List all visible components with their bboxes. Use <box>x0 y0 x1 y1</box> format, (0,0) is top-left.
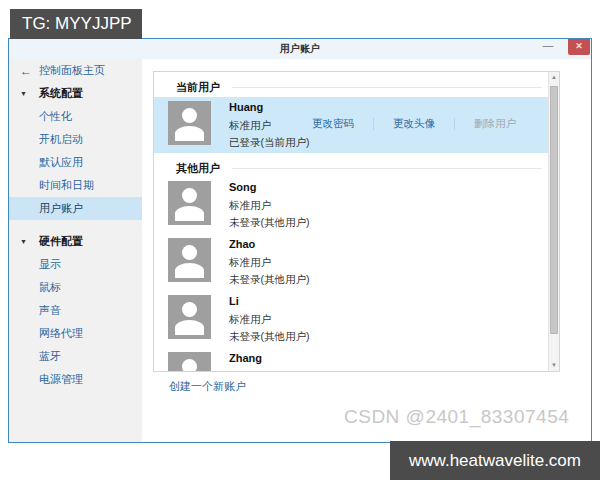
user-name: Song <box>229 181 257 193</box>
sidebar: ← 控制面板主页 ▼ 系统配置 个性化 开机启动 默认应用 时间和日期 用户账户… <box>9 59 142 442</box>
user-list-box: 当前用户 Huang 标准用户 更改密码 更改头像 <box>153 71 560 372</box>
scroll-up-icon[interactable]: ▲ <box>549 72 559 83</box>
user-status: 未登录(其他用户) <box>229 273 310 287</box>
vertical-scrollbar[interactable]: ▲ ▼ <box>548 72 559 371</box>
user-avatar-icon <box>168 238 211 282</box>
avatar-head-shape <box>182 302 197 317</box>
user-row-li[interactable]: Li 标准用户 未登录(其他用户) <box>154 291 548 346</box>
section-label: 当前用户 <box>176 80 220 95</box>
user-avatar-icon <box>168 181 211 225</box>
action-divider <box>373 118 374 130</box>
user-role: 标准用户 <box>229 256 271 270</box>
avatar-body-shape <box>175 320 204 335</box>
change-password-link[interactable]: 更改密码 <box>312 117 354 131</box>
back-icon[interactable]: ← <box>20 64 39 78</box>
user-row-zhang[interactable]: Zhang 标准用户 <box>154 348 548 372</box>
scroll-down-icon[interactable]: ▼ <box>549 360 559 371</box>
close-button[interactable]: ✕ <box>568 39 590 55</box>
user-role: 标准用户 <box>229 119 271 133</box>
user-avatar-icon <box>168 295 211 339</box>
section-divider <box>232 168 542 169</box>
sidebar-item-startup[interactable]: 开机启动 <box>9 128 142 151</box>
scrollbar-thumb[interactable] <box>550 86 558 334</box>
sidebar-item-home[interactable]: ← 控制面板主页 <box>9 59 142 82</box>
avatar-body-shape <box>175 263 204 278</box>
avatar-head-shape <box>182 188 197 203</box>
delete-user-link: 删除用户 <box>474 117 516 131</box>
avatar-head-shape <box>182 245 197 260</box>
sidebar-home-label: 控制面板主页 <box>39 63 105 78</box>
user-status: 未登录(其他用户) <box>229 216 310 230</box>
current-user-row[interactable]: Huang 标准用户 更改密码 更改头像 删除用户 已登录(当前用户) <box>154 97 548 153</box>
user-name: Huang <box>229 101 263 113</box>
sidebar-item-network-proxy[interactable]: 网络代理 <box>9 322 142 345</box>
other-users-section-header: 其他用户 <box>176 161 542 175</box>
avatar-body-shape <box>175 206 204 221</box>
sidebar-item-date-time[interactable]: 时间和日期 <box>9 174 142 197</box>
sidebar-item-display[interactable]: 显示 <box>9 253 142 276</box>
sidebar-item-mouse[interactable]: 鼠标 <box>9 276 142 299</box>
action-divider <box>454 118 455 130</box>
chevron-down-icon: ▼ <box>20 90 39 97</box>
user-role: 标准用户 <box>229 199 271 213</box>
section-divider <box>232 87 542 88</box>
title-bar[interactable]: 用户账户 — ✕ <box>9 39 591 59</box>
tg-watermark-badge: TG: MYYJJPP <box>10 9 142 39</box>
sidebar-item-personalization[interactable]: 个性化 <box>9 105 142 128</box>
avatar-head-shape <box>182 359 197 372</box>
user-name: Li <box>229 295 239 307</box>
chevron-down-icon: ▼ <box>20 238 39 245</box>
avatar-head-shape <box>182 108 197 123</box>
sidebar-item-default-apps[interactable]: 默认应用 <box>9 151 142 174</box>
user-avatar-icon <box>168 101 211 145</box>
site-banner: www.heatwavelite.com <box>390 441 600 480</box>
user-status: 未登录(其他用户) <box>229 330 310 344</box>
user-row-zhao[interactable]: Zhao 标准用户 未登录(其他用户) <box>154 234 548 289</box>
user-avatar-icon <box>168 352 211 372</box>
sidebar-group-system[interactable]: ▼ 系统配置 <box>9 82 142 105</box>
csdn-watermark: CSDN @2401_83307454 <box>344 406 569 428</box>
user-name: Zhao <box>229 238 255 250</box>
user-accounts-window: 用户账户 — ✕ ← 控制面板主页 ▼ 系统配置 个性化 开机启动 默认应用 时… <box>8 38 592 443</box>
change-avatar-link[interactable]: 更改头像 <box>393 117 435 131</box>
create-new-account-link[interactable]: 创建一个新账户 <box>169 379 246 394</box>
section-label: 其他用户 <box>176 161 220 176</box>
user-role: 标准用户 <box>229 313 271 327</box>
sidebar-group-label: 硬件配置 <box>39 234 83 249</box>
user-status: 已登录(当前用户) <box>229 136 310 150</box>
user-role: 标准用户 <box>229 370 271 372</box>
avatar-body-shape <box>175 126 204 141</box>
content-area: 当前用户 Huang 标准用户 更改密码 更改头像 <box>142 59 591 442</box>
sidebar-group-label: 系统配置 <box>39 86 83 101</box>
user-name: Zhang <box>229 352 262 364</box>
sidebar-group-hardware[interactable]: ▼ 硬件配置 <box>9 230 142 253</box>
minimize-button[interactable]: — <box>539 39 557 55</box>
window-title: 用户账户 <box>9 39 591 59</box>
sidebar-item-sound[interactable]: 声音 <box>9 299 142 322</box>
user-row-song[interactable]: Song 标准用户 未登录(其他用户) <box>154 177 548 232</box>
sidebar-item-power[interactable]: 电源管理 <box>9 368 142 391</box>
sidebar-item-user-accounts[interactable]: 用户账户 <box>9 197 142 220</box>
sidebar-item-bluetooth[interactable]: 蓝牙 <box>9 345 142 368</box>
current-user-section-header: 当前用户 <box>176 80 542 94</box>
